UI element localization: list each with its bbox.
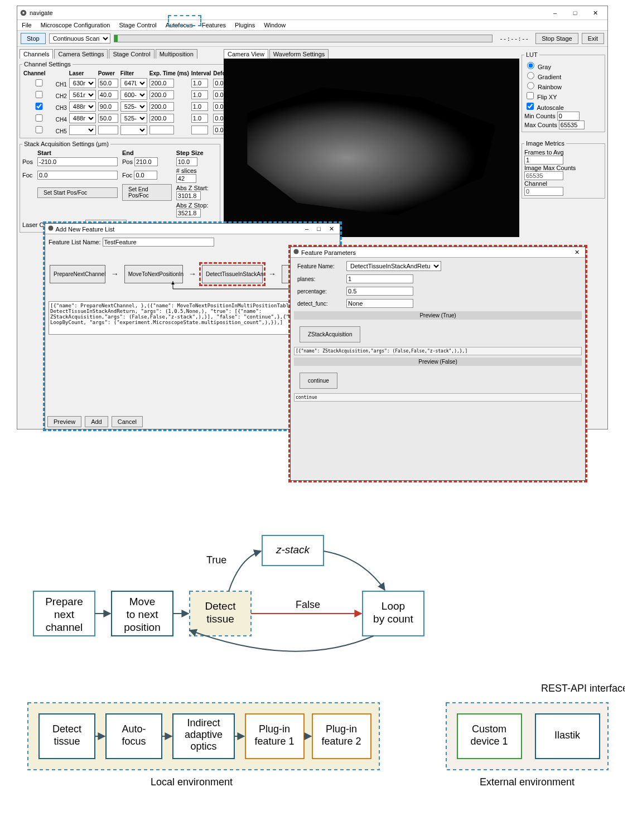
exp-time-input[interactable] [149,114,174,123]
diag-loop: Loop [382,600,405,612]
min-counts-label: Min Counts [524,113,556,119]
dialog-icon [293,248,300,255]
filter-select[interactable]: 525-30 [120,113,147,123]
interval-input[interactable] [191,125,208,134]
detect-func-input[interactable] [346,299,413,308]
preview-button[interactable]: Preview [47,416,81,427]
menu-stage-control[interactable]: Stage Control [118,21,157,29]
laser-select[interactable] [69,125,96,135]
svg-text:Plug-in: Plug-in [326,723,357,735]
channel-enable-checkbox[interactable] [26,126,52,133]
power-input[interactable] [98,79,118,88]
node-prepare-next-channel[interactable]: PrepareNextChannel [50,265,105,283]
feature-name-input[interactable] [103,238,214,247]
foc-start-input[interactable] [37,171,118,180]
cancel-button[interactable]: Cancel [112,416,143,427]
stop-button[interactable]: Stop [21,33,46,44]
dialog-close-icon[interactable]: ✕ [571,249,583,255]
stack-start-label: Start [37,149,118,156]
stop-stage-button[interactable]: Stop Stage [535,33,578,44]
channel-enable-checkbox[interactable] [26,79,52,86]
close-icon[interactable]: ✕ [585,7,605,18]
min-counts-input[interactable] [557,112,580,120]
step-input[interactable] [176,157,197,166]
menu-autofocus[interactable]: Autofocus [165,21,194,29]
interval-input[interactable] [191,90,208,99]
abs-z-stop-input[interactable] [176,209,201,218]
percentage-label: percentage: [297,288,342,295]
camera-view[interactable] [224,59,519,237]
dialog-close-icon[interactable]: ✕ [326,225,337,232]
abs-z-start-input[interactable] [176,191,201,200]
maximize-icon[interactable]: □ [565,7,585,18]
menu-microscope-config[interactable]: Microscope Configuration [40,21,112,29]
add-button[interactable]: Add [85,416,108,427]
minimize-icon[interactable]: – [545,7,565,18]
laser-select[interactable]: 630nm [69,78,96,88]
tab-multiposition[interactable]: Multiposition [156,49,197,59]
menu-window[interactable]: Window [263,21,287,29]
svg-text:next: next [54,609,75,620]
external-env-label: External environment [480,776,575,788]
dialog-maximize-icon[interactable]: □ [313,225,324,232]
lut-gradient[interactable]: Gradient [524,74,561,80]
pos-start-input[interactable] [37,157,118,166]
lut-gray[interactable]: Gray [524,64,551,70]
power-input[interactable] [98,114,118,123]
feature-name-select[interactable]: DetectTissueInStackAndReturn [346,261,441,271]
channel-enable-checkbox[interactable] [26,103,52,110]
lut-rainbow[interactable]: Rainbow [524,84,562,90]
app-icon [20,9,27,17]
laser-select[interactable]: 488nm [69,102,96,112]
power-input[interactable] [98,90,118,99]
max-counts-input[interactable] [559,120,585,129]
power-input[interactable] [98,125,118,134]
channel-row: CH2561nm600-37 [22,89,236,100]
laser-select[interactable]: 488nm [69,113,96,123]
power-input[interactable] [98,102,118,111]
channel-enable-checkbox[interactable] [26,114,52,122]
exp-time-input[interactable] [149,90,174,99]
tab-waveform-settings[interactable]: Waveform Settings [269,49,329,59]
laser-select[interactable]: 561nm [69,90,96,100]
set-start-button[interactable]: Set Start Pos/Foc [37,187,118,198]
filter-select[interactable]: 600-37 [120,90,147,100]
planes-input[interactable] [346,274,413,283]
set-end-button[interactable]: Set End Pos/Foc [122,184,172,201]
exit-button[interactable]: Exit [582,33,604,44]
interval-input[interactable] [191,102,208,111]
filter-select[interactable]: 525-30 [120,102,147,112]
menu-file[interactable]: File [21,21,33,29]
stack-legend: Stack Acquisition Settings (μm) [22,141,110,147]
scan-mode-select[interactable]: Continuous Scan [49,33,110,44]
dialog-minimize-icon[interactable]: – [302,225,312,232]
frames-avg-input[interactable] [524,156,563,165]
tab-stage-control[interactable]: Stage Control [109,49,154,59]
filter-select[interactable] [120,125,147,135]
tab-camera-settings[interactable]: Camera Settings [54,49,108,59]
tab-channels[interactable]: Channels [20,49,53,59]
exp-time-input[interactable] [149,102,174,111]
metrics-channel-label: Channel [524,180,547,187]
menu-features[interactable]: Features [201,21,227,29]
autoscale-checkbox[interactable]: Autoscale [524,104,564,111]
exp-time-input[interactable] [149,79,174,88]
nslices-input[interactable] [176,174,196,183]
col-laser: Laser [68,70,97,77]
menu-plugins[interactable]: Plugins [234,21,256,29]
foc-end-input[interactable] [134,171,157,180]
zstack-box[interactable]: ZStackAcquisition [300,326,360,342]
continue-box[interactable]: continue [300,373,337,389]
percentage-input[interactable] [346,287,413,296]
channel-enable-checkbox[interactable] [26,91,52,98]
rest-api-label: REST-API interface [541,683,625,694]
flip-xy-checkbox[interactable]: Flip XY [524,94,557,100]
interval-input[interactable] [191,79,208,88]
lut-legend: LUT [524,51,539,58]
interval-input[interactable] [191,114,208,123]
filter-select[interactable]: 647LP [120,78,147,88]
exp-time-input[interactable] [149,125,174,134]
tab-camera-view[interactable]: Camera View [224,49,268,59]
pos-end-input[interactable] [134,157,158,166]
arrow-icon: → [189,269,196,278]
